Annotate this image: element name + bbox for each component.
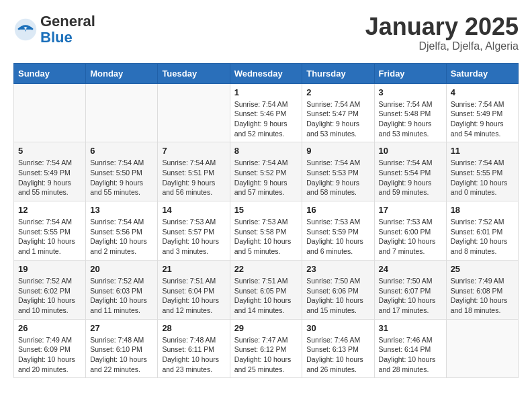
- day-number: 12: [18, 205, 81, 215]
- day-number: 10: [379, 146, 442, 156]
- day-info: Sunrise: 7:52 AM Sunset: 6:03 PM Dayligh…: [90, 276, 153, 316]
- calendar-cell: 31Sunrise: 7:46 AM Sunset: 6:14 PM Dayli…: [374, 319, 446, 378]
- calendar-week-5: 26Sunrise: 7:49 AM Sunset: 6:09 PM Dayli…: [14, 319, 519, 378]
- day-number: 21: [162, 264, 225, 274]
- day-number: 20: [90, 264, 153, 274]
- logo-general-text: General: [40, 13, 95, 30]
- day-info: Sunrise: 7:53 AM Sunset: 5:57 PM Dayligh…: [162, 217, 225, 257]
- day-info: Sunrise: 7:50 AM Sunset: 6:07 PM Dayligh…: [379, 276, 442, 316]
- day-number: 16: [306, 205, 369, 215]
- day-number: 6: [90, 146, 153, 156]
- day-number: 8: [234, 146, 298, 156]
- day-number: 28: [162, 323, 225, 333]
- day-number: 22: [234, 264, 298, 274]
- calendar-cell: 23Sunrise: 7:50 AM Sunset: 6:06 PM Dayli…: [302, 260, 374, 319]
- location-subtitle: Djelfa, Djelfa, Algeria: [365, 40, 519, 52]
- calendar-table: SundayMondayTuesdayWednesdayThursdayFrid…: [13, 63, 519, 379]
- day-info: Sunrise: 7:54 AM Sunset: 5:49 PM Dayligh…: [18, 158, 81, 197]
- day-number: 25: [451, 264, 514, 274]
- weekday-header-thursday: Thursday: [302, 63, 374, 83]
- weekday-header-friday: Friday: [374, 63, 446, 83]
- page-header: General Blue January 2025 Djelfa, Djelfa…: [13, 13, 519, 52]
- month-year-title: January 2025: [365, 13, 519, 40]
- day-number: 5: [18, 146, 81, 156]
- day-info: Sunrise: 7:54 AM Sunset: 5:55 PM Dayligh…: [18, 217, 81, 257]
- calendar-cell: 2Sunrise: 7:54 AM Sunset: 5:47 PM Daylig…: [302, 83, 374, 142]
- calendar-cell: 14Sunrise: 7:53 AM Sunset: 5:57 PM Dayli…: [158, 201, 230, 261]
- calendar-cell: 24Sunrise: 7:50 AM Sunset: 6:07 PM Dayli…: [374, 260, 446, 319]
- calendar-cell: 30Sunrise: 7:46 AM Sunset: 6:13 PM Dayli…: [302, 319, 374, 378]
- calendar-cell: 26Sunrise: 7:49 AM Sunset: 6:09 PM Dayli…: [14, 319, 86, 378]
- day-info: Sunrise: 7:54 AM Sunset: 5:56 PM Dayligh…: [90, 217, 153, 257]
- day-info: Sunrise: 7:48 AM Sunset: 6:11 PM Dayligh…: [162, 335, 225, 375]
- weekday-header-tuesday: Tuesday: [158, 63, 230, 83]
- day-info: Sunrise: 7:48 AM Sunset: 6:10 PM Dayligh…: [90, 335, 153, 375]
- day-number: 1: [234, 87, 298, 97]
- day-number: 11: [451, 146, 514, 156]
- day-number: 19: [18, 264, 81, 274]
- day-info: Sunrise: 7:54 AM Sunset: 5:52 PM Dayligh…: [234, 158, 298, 197]
- calendar-cell: 13Sunrise: 7:54 AM Sunset: 5:56 PM Dayli…: [86, 201, 158, 261]
- calendar-cell: 10Sunrise: 7:54 AM Sunset: 5:54 PM Dayli…: [374, 142, 446, 201]
- day-number: 9: [306, 146, 369, 156]
- calendar-cell: 3Sunrise: 7:54 AM Sunset: 5:48 PM Daylig…: [374, 83, 446, 142]
- day-info: Sunrise: 7:51 AM Sunset: 6:04 PM Dayligh…: [162, 276, 225, 316]
- title-block: January 2025 Djelfa, Djelfa, Algeria: [365, 13, 519, 52]
- calendar-cell: 12Sunrise: 7:54 AM Sunset: 5:55 PM Dayli…: [14, 201, 86, 261]
- weekday-header-saturday: Saturday: [446, 63, 518, 83]
- calendar-week-2: 5Sunrise: 7:54 AM Sunset: 5:49 PM Daylig…: [14, 142, 519, 201]
- day-info: Sunrise: 7:54 AM Sunset: 5:54 PM Dayligh…: [379, 158, 442, 197]
- day-info: Sunrise: 7:53 AM Sunset: 5:59 PM Dayligh…: [306, 217, 369, 257]
- day-number: 15: [234, 205, 298, 215]
- calendar-cell: 17Sunrise: 7:53 AM Sunset: 6:00 PM Dayli…: [374, 201, 446, 261]
- calendar-week-3: 12Sunrise: 7:54 AM Sunset: 5:55 PM Dayli…: [14, 201, 519, 261]
- calendar-cell: 21Sunrise: 7:51 AM Sunset: 6:04 PM Dayli…: [158, 260, 230, 319]
- calendar-cell: [446, 319, 518, 378]
- calendar-cell: 28Sunrise: 7:48 AM Sunset: 6:11 PM Dayli…: [158, 319, 230, 378]
- calendar-header-row: SundayMondayTuesdayWednesdayThursdayFrid…: [14, 63, 519, 83]
- day-info: Sunrise: 7:54 AM Sunset: 5:53 PM Dayligh…: [306, 158, 369, 197]
- day-number: 2: [306, 87, 369, 97]
- day-number: 30: [306, 323, 369, 333]
- calendar-cell: 1Sunrise: 7:54 AM Sunset: 5:46 PM Daylig…: [230, 83, 302, 142]
- day-info: Sunrise: 7:49 AM Sunset: 6:08 PM Dayligh…: [451, 276, 514, 316]
- day-number: 18: [451, 205, 514, 215]
- weekday-header-wednesday: Wednesday: [230, 63, 302, 83]
- day-info: Sunrise: 7:50 AM Sunset: 6:06 PM Dayligh…: [306, 276, 369, 316]
- day-info: Sunrise: 7:52 AM Sunset: 6:01 PM Dayligh…: [451, 217, 514, 257]
- day-info: Sunrise: 7:54 AM Sunset: 5:50 PM Dayligh…: [90, 158, 153, 197]
- day-info: Sunrise: 7:49 AM Sunset: 6:09 PM Dayligh…: [18, 335, 81, 375]
- calendar-cell: 5Sunrise: 7:54 AM Sunset: 5:49 PM Daylig…: [14, 142, 86, 201]
- logo: General Blue: [13, 13, 95, 46]
- day-info: Sunrise: 7:54 AM Sunset: 5:46 PM Dayligh…: [234, 99, 298, 139]
- day-number: 26: [18, 323, 81, 333]
- calendar-cell: 19Sunrise: 7:52 AM Sunset: 6:02 PM Dayli…: [14, 260, 86, 319]
- calendar-cell: 16Sunrise: 7:53 AM Sunset: 5:59 PM Dayli…: [302, 201, 374, 261]
- calendar-cell: 11Sunrise: 7:54 AM Sunset: 5:55 PM Dayli…: [446, 142, 518, 201]
- day-number: 14: [162, 205, 225, 215]
- calendar-cell: 22Sunrise: 7:51 AM Sunset: 6:05 PM Dayli…: [230, 260, 302, 319]
- day-info: Sunrise: 7:47 AM Sunset: 6:12 PM Dayligh…: [234, 335, 298, 375]
- day-info: Sunrise: 7:53 AM Sunset: 5:58 PM Dayligh…: [234, 217, 298, 257]
- day-number: 4: [451, 87, 514, 97]
- day-info: Sunrise: 7:53 AM Sunset: 6:00 PM Dayligh…: [379, 217, 442, 257]
- calendar-week-1: 1Sunrise: 7:54 AM Sunset: 5:46 PM Daylig…: [14, 83, 519, 142]
- calendar-cell: 9Sunrise: 7:54 AM Sunset: 5:53 PM Daylig…: [302, 142, 374, 201]
- day-info: Sunrise: 7:54 AM Sunset: 5:49 PM Dayligh…: [451, 99, 514, 139]
- calendar-cell: 7Sunrise: 7:54 AM Sunset: 5:51 PM Daylig…: [158, 142, 230, 201]
- logo-icon: [13, 17, 38, 42]
- calendar-cell: 6Sunrise: 7:54 AM Sunset: 5:50 PM Daylig…: [86, 142, 158, 201]
- weekday-header-sunday: Sunday: [14, 63, 86, 83]
- weekday-header-monday: Monday: [86, 63, 158, 83]
- calendar-cell: 27Sunrise: 7:48 AM Sunset: 6:10 PM Dayli…: [86, 319, 158, 378]
- day-info: Sunrise: 7:52 AM Sunset: 6:02 PM Dayligh…: [18, 276, 81, 316]
- calendar-cell: 29Sunrise: 7:47 AM Sunset: 6:12 PM Dayli…: [230, 319, 302, 378]
- day-info: Sunrise: 7:54 AM Sunset: 5:48 PM Dayligh…: [379, 99, 442, 139]
- day-info: Sunrise: 7:54 AM Sunset: 5:55 PM Dayligh…: [451, 158, 514, 197]
- day-number: 7: [162, 146, 225, 156]
- day-number: 23: [306, 264, 369, 274]
- calendar-cell: [158, 83, 230, 142]
- calendar-cell: 20Sunrise: 7:52 AM Sunset: 6:03 PM Dayli…: [86, 260, 158, 319]
- day-info: Sunrise: 7:46 AM Sunset: 6:13 PM Dayligh…: [306, 335, 369, 375]
- calendar-week-4: 19Sunrise: 7:52 AM Sunset: 6:02 PM Dayli…: [14, 260, 519, 319]
